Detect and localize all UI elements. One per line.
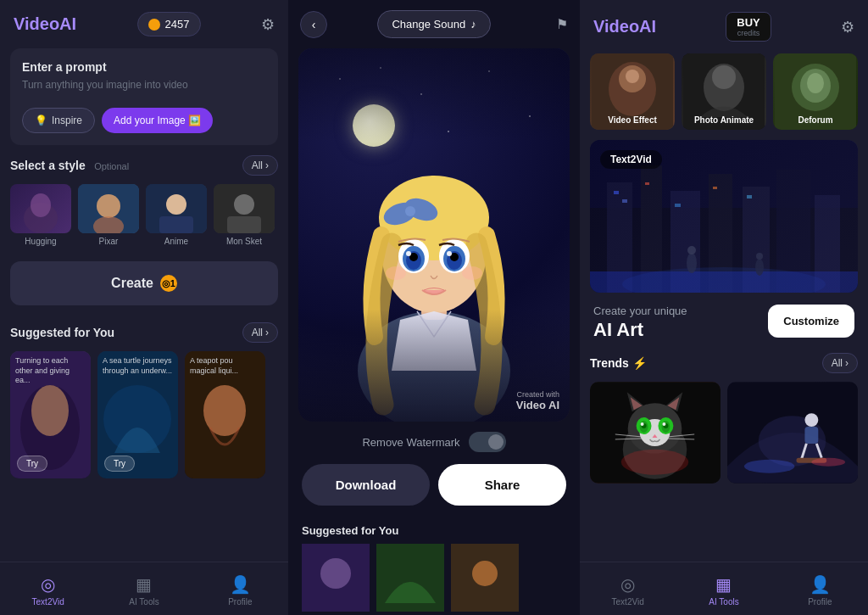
suggested-item[interactable]: A sea turtle journeys through an underw.…	[97, 351, 178, 478]
svg-point-50	[712, 65, 736, 89]
svg-point-42	[472, 561, 498, 586]
create-button[interactable]: Create ◎ 1	[10, 261, 278, 305]
suggested-item[interactable]: A teapot pou magical liqui...	[185, 351, 265, 478]
action-buttons: Download Share	[302, 464, 566, 506]
center-suggested-item[interactable]	[302, 544, 370, 612]
profile-icon-right: 👤	[810, 574, 831, 595]
style-thumb-anime	[146, 184, 207, 233]
prompt-subtitle: Turn anything you imagine into video	[22, 79, 266, 91]
left-panel: VideoAI 2457 ⚙ Enter a prompt Turn anyth…	[0, 0, 288, 615]
add-image-button[interactable]: Add your Image 🖼️	[102, 108, 213, 133]
style-label-hugging: Hugging	[25, 237, 56, 246]
nav-item-text2vid-right[interactable]: ◎ Text2Vid	[580, 569, 676, 612]
tools-grid: Video Effect Photo Animate Deforum	[580, 53, 868, 140]
watermark-created: Created with	[516, 390, 559, 399]
center-header: ‹ Change Sound ♪ ⚑	[288, 0, 580, 48]
svg-point-54	[807, 73, 824, 93]
center-suggested-item[interactable]	[451, 544, 519, 612]
nav-item-text2vid-left[interactable]: ◎ Text2Vid	[0, 569, 96, 612]
suggested-caption-1: Turning to each other and giving ea...	[15, 356, 86, 386]
svg-point-4	[97, 194, 120, 218]
trends-title: Trends ⚡	[590, 356, 647, 370]
nav-label-aitools: AI Tools	[129, 597, 159, 607]
svg-point-10	[234, 194, 254, 215]
video-container: Created with Video AI	[298, 48, 570, 422]
tool-card-deforum[interactable]: Deforum	[773, 53, 858, 130]
tool-card-photo-animate[interactable]: Photo Animate	[682, 53, 766, 130]
svg-rect-101	[804, 427, 818, 444]
trends-header: Trends ⚡ All ›	[590, 353, 858, 373]
nav-item-aitools-left[interactable]: ▦ AI Tools	[96, 569, 192, 612]
watermark-toggle-row: Remove Watermark	[302, 432, 566, 452]
flag-icon: ⚑	[556, 17, 568, 31]
suggested-caption-3: A teapot pou magical liqui...	[190, 356, 260, 376]
svg-point-106	[811, 458, 845, 467]
text2vid-icon-right: ◎	[620, 574, 635, 595]
customize-button[interactable]: Customize	[768, 305, 854, 338]
left-logo: VideoAI	[14, 14, 76, 34]
chevron-right-icon: ›	[265, 327, 269, 338]
try-button-2[interactable]: Try	[104, 456, 135, 472]
svg-rect-8	[159, 216, 193, 233]
left-header: VideoAI 2457 ⚙	[0, 0, 288, 48]
music-icon: ♪	[470, 18, 476, 31]
nav-item-aitools-right[interactable]: ▦ AI Tools	[676, 569, 771, 612]
center-suggested-grid	[302, 544, 566, 612]
left-settings-button[interactable]: ⚙	[261, 15, 275, 34]
video-thumbnail: Created with Video AI	[298, 48, 570, 422]
left-nav: ◎ Text2Vid ▦ AI Tools 👤 Profile	[0, 562, 288, 615]
trend-item-skate[interactable]	[727, 382, 858, 484]
share-button[interactable]: Share	[438, 464, 566, 506]
nav-item-profile-left[interactable]: 👤 Profile	[192, 569, 288, 612]
credits-button[interactable]: 2457	[137, 12, 201, 36]
suggested-item[interactable]: Turning to each other and giving ea... T…	[10, 351, 91, 478]
right-settings-button[interactable]: ⚙	[841, 18, 854, 36]
style-item[interactable]: Pixar	[78, 184, 139, 246]
style-thumb-pixar	[78, 184, 139, 233]
buy-button[interactable]: BUY credits	[726, 12, 771, 42]
trends-all-button[interactable]: All ›	[822, 353, 858, 373]
watermark: Created with Video AI	[516, 390, 559, 411]
download-button[interactable]: Download	[302, 464, 430, 506]
svg-point-2	[31, 193, 51, 217]
svg-point-14	[31, 385, 69, 436]
suggested-grid: Turning to each other and giving ea... T…	[10, 351, 278, 478]
svg-rect-11	[227, 216, 261, 233]
tool-card-video-effect[interactable]: Video Effect	[590, 53, 675, 130]
bulb-icon: 💡	[35, 115, 47, 126]
text2vid-icon: ◎	[41, 574, 55, 595]
text2vid-section[interactable]: Text2Vid	[590, 140, 858, 293]
watermark-toggle-button[interactable]	[469, 432, 506, 452]
style-label-pixar: Pixar	[99, 237, 119, 246]
nav-label-profile-right: Profile	[808, 597, 832, 607]
svg-point-7	[166, 194, 186, 215]
style-section-header: Select a style Optional All ›	[10, 155, 278, 176]
svg-point-86	[641, 422, 644, 426]
chevron-right-icon: ›	[265, 159, 269, 171]
flag-button[interactable]: ⚑	[556, 16, 568, 32]
prompt-area: Enter a prompt Turn anything you imagine…	[10, 48, 278, 145]
optional-tag: Optional	[94, 161, 129, 171]
back-button[interactable]: ‹	[300, 11, 327, 38]
style-item[interactable]: Hugging	[10, 184, 71, 246]
try-button-1[interactable]: Try	[17, 456, 47, 472]
nav-item-profile-right[interactable]: 👤 Profile	[772, 569, 868, 612]
suggested-title: Suggested for You	[10, 326, 114, 339]
style-item[interactable]: Anime	[146, 184, 207, 246]
inspire-button[interactable]: 💡 Inspire	[22, 108, 95, 133]
center-suggested-item[interactable]	[376, 544, 444, 612]
prompt-title: Enter a prompt	[22, 60, 266, 74]
buy-sublabel: credits	[737, 29, 760, 37]
center-suggested-title: Suggested for You	[302, 524, 566, 537]
watermark-app: Video AI	[516, 399, 559, 411]
change-sound-button[interactable]: Change Sound ♪	[377, 10, 490, 38]
svg-point-105	[744, 460, 795, 473]
coin-icon: ◎	[162, 278, 170, 289]
style-all-button[interactable]: All ›	[242, 155, 278, 176]
suggested-all-button[interactable]: All ›	[242, 322, 278, 343]
style-item[interactable]: Mon Sket	[214, 184, 275, 246]
trend-item-cat[interactable]	[590, 382, 721, 484]
right-logo: VideoAI	[593, 17, 656, 36]
text2vid-label: Text2Vid	[600, 150, 662, 169]
ai-art-section: Create your unique AI Art Customize	[580, 293, 868, 353]
